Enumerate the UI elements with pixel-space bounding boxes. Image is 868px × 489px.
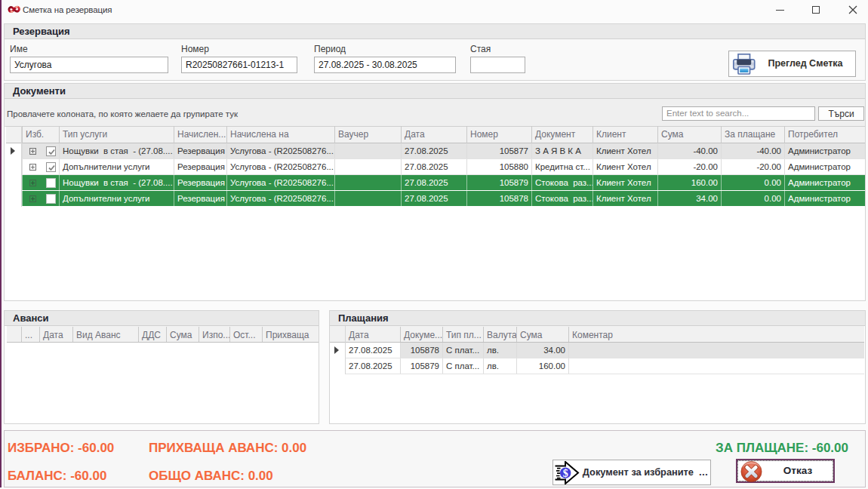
svg-text:$: $ bbox=[563, 468, 568, 479]
